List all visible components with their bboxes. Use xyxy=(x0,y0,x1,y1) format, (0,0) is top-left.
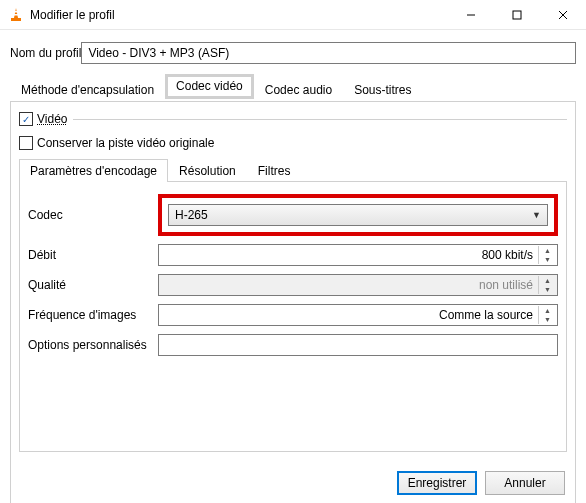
subtab-encoding[interactable]: Paramètres d'encodage xyxy=(19,159,168,182)
svg-rect-1 xyxy=(15,11,18,13)
framerate-label: Fréquence d'images xyxy=(28,308,158,322)
vlc-icon xyxy=(8,7,24,23)
content: Nom du profil Méthode d'encapsulation Co… xyxy=(0,30,586,503)
window-title: Modifier le profil xyxy=(30,8,448,22)
main-tabs: Méthode d'encapsulation Codec vidéo Code… xyxy=(10,76,576,102)
close-button[interactable] xyxy=(540,0,586,30)
keep-original-row: Conserver la piste vidéo originale xyxy=(19,136,567,150)
bitrate-value: 800 kbit/s xyxy=(482,248,533,262)
quality-row: Qualité non utilisé ▲▼ xyxy=(28,274,558,296)
codec-combobox[interactable]: H-265 ▼ xyxy=(168,204,548,226)
video-section-header: ✓ Vidéo xyxy=(19,112,567,126)
subtab-resolution[interactable]: Résolution xyxy=(168,159,247,182)
framerate-value: Comme la source xyxy=(439,308,533,322)
spinner-up-icon[interactable]: ▲ xyxy=(538,306,556,315)
bitrate-input[interactable]: 800 kbit/s ▲▼ xyxy=(158,244,558,266)
svg-rect-2 xyxy=(14,14,18,16)
custom-options-label: Options personnalisés xyxy=(28,338,158,352)
tab-video-codec[interactable]: Codec vidéo xyxy=(165,74,254,99)
framerate-row: Fréquence d'images Comme la source ▲▼ xyxy=(28,304,558,326)
svg-rect-0 xyxy=(11,18,21,21)
profile-name-input[interactable] xyxy=(81,42,576,64)
encoding-form: Codec H-265 ▼ Débit 800 kbit/s ▲▼ Qualit… xyxy=(19,182,567,452)
keep-original-checkbox[interactable] xyxy=(19,136,33,150)
video-checkbox-label: Vidéo xyxy=(37,112,67,126)
custom-options-input[interactable] xyxy=(158,334,558,356)
custom-options-row: Options personnalisés xyxy=(28,334,558,356)
spinner-down-icon[interactable]: ▼ xyxy=(538,315,556,324)
divider xyxy=(73,119,567,120)
tab-encapsulation[interactable]: Méthode d'encapsulation xyxy=(10,77,165,102)
codec-highlight: H-265 ▼ xyxy=(158,194,558,236)
bitrate-row: Débit 800 kbit/s ▲▼ xyxy=(28,244,558,266)
minimize-button[interactable] xyxy=(448,0,494,30)
dialog-buttons: Enregistrer Annuler xyxy=(397,471,565,495)
codec-label: Codec xyxy=(28,208,158,222)
framerate-spinner[interactable]: ▲▼ xyxy=(538,306,556,324)
maximize-button[interactable] xyxy=(494,0,540,30)
spinner-up-icon: ▲ xyxy=(538,276,556,285)
codec-row: Codec H-265 ▼ xyxy=(28,194,558,236)
sub-tabs: Paramètres d'encodage Résolution Filtres xyxy=(19,158,567,182)
bitrate-label: Débit xyxy=(28,248,158,262)
svg-rect-4 xyxy=(513,11,521,19)
quality-label: Qualité xyxy=(28,278,158,292)
cancel-button[interactable]: Annuler xyxy=(485,471,565,495)
tab-panel-video: ✓ Vidéo Conserver la piste vidéo origina… xyxy=(10,102,576,503)
subtab-filters[interactable]: Filtres xyxy=(247,159,302,182)
video-checkbox[interactable]: ✓ xyxy=(19,112,33,126)
spinner-down-icon[interactable]: ▼ xyxy=(538,255,556,264)
titlebar: Modifier le profil xyxy=(0,0,586,30)
bitrate-spinner[interactable]: ▲▼ xyxy=(538,246,556,264)
save-button[interactable]: Enregistrer xyxy=(397,471,477,495)
quality-spinner: ▲▼ xyxy=(538,276,556,294)
tab-audio-codec[interactable]: Codec audio xyxy=(254,77,343,102)
profile-name-row: Nom du profil xyxy=(10,42,576,64)
quality-input: non utilisé ▲▼ xyxy=(158,274,558,296)
quality-value: non utilisé xyxy=(479,278,533,292)
keep-original-label: Conserver la piste vidéo originale xyxy=(37,136,214,150)
spinner-down-icon: ▼ xyxy=(538,285,556,294)
chevron-down-icon: ▼ xyxy=(532,210,541,220)
codec-value: H-265 xyxy=(175,208,208,222)
spinner-up-icon[interactable]: ▲ xyxy=(538,246,556,255)
profile-name-label: Nom du profil xyxy=(10,46,81,60)
framerate-input[interactable]: Comme la source ▲▼ xyxy=(158,304,558,326)
tab-subtitles[interactable]: Sous-titres xyxy=(343,77,422,102)
